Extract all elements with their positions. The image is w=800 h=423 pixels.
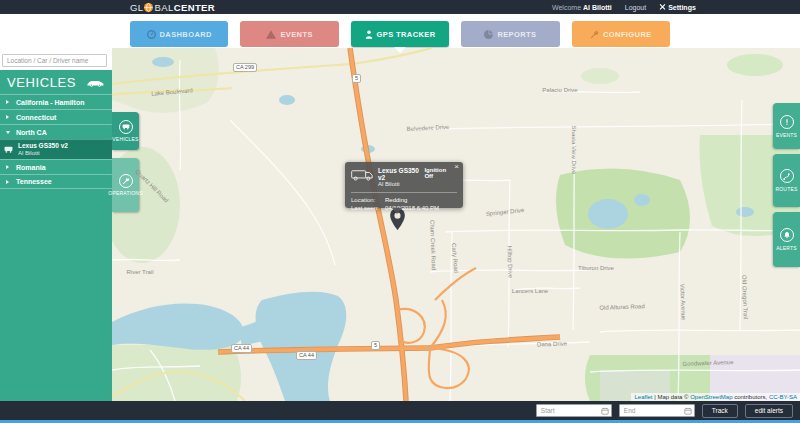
chevron-right-icon <box>6 100 9 104</box>
edge-tab-vehicles[interactable]: VEHICLES <box>112 112 139 150</box>
app-logo: GL BALCENTER <box>130 0 215 14</box>
topbar-user-area: Welcome Al Bilotti Logout Settings <box>552 0 696 14</box>
license-link[interactable]: CC-BY-SA <box>769 394 797 400</box>
tab-label: REPORTS <box>497 30 536 39</box>
openstreetmap-link[interactable]: OpenStreetMap <box>690 394 732 400</box>
contributors-text: contributors, <box>733 394 769 400</box>
bell-circle-icon <box>780 228 794 242</box>
side-button-label: EVENTS <box>776 132 797 138</box>
settings-link[interactable]: Settings <box>659 3 696 11</box>
group-label: California - Hamilton <box>16 99 84 106</box>
warning-icon <box>266 30 276 39</box>
vehicle-driver: Al Bilotti <box>18 150 112 157</box>
vehicle-tooltip: × Lexus GS350 v2 Al Bilotti Ignition Off <box>345 162 463 208</box>
group-tennessee[interactable]: Tennessee <box>0 174 112 189</box>
last-seen-label: Last seen: <box>351 204 385 212</box>
track-button[interactable]: Track <box>702 404 738 418</box>
calendar-icon[interactable] <box>684 407 692 415</box>
pie-chart-icon <box>484 30 493 39</box>
settings-label: Settings <box>668 4 696 11</box>
tooltip-vehicle-name: Lexus GS350 v2 <box>378 167 419 181</box>
map-canvas[interactable]: × Lexus GS350 v2 Al Bilotti Ignition Off <box>112 48 800 401</box>
location-value: Redding <box>385 196 407 204</box>
group-north-ca[interactable]: North CA <box>0 124 112 139</box>
logo-part-2: BAL <box>154 2 173 13</box>
group-label: Romania <box>16 164 46 171</box>
edge-tab-operations[interactable]: OPERATIONS <box>112 158 139 212</box>
settings-tools-icon <box>659 3 666 11</box>
side-button-label: ALERTS <box>776 245 797 251</box>
search-input[interactable] <box>2 54 107 67</box>
tooltip-ignition-status: Ignition Off <box>424 167 457 179</box>
tab-label: DASHBOARD <box>160 30 212 39</box>
calendar-icon[interactable] <box>601 407 609 415</box>
bus-circle-icon <box>119 120 133 134</box>
welcome-prefix: Welcome <box>552 4 581 11</box>
gauge-icon <box>147 30 156 39</box>
person-icon <box>365 30 373 39</box>
edge-tab-label: VEHICLES <box>112 136 138 142</box>
route-circle-icon <box>780 169 794 183</box>
chevron-right-icon <box>6 115 9 119</box>
sidebar: VEHICLES California - Hamilton Connect <box>0 48 112 401</box>
attribution-text: | Map data © <box>652 394 690 400</box>
location-label: Location: <box>351 196 385 204</box>
group-label: North CA <box>16 129 47 136</box>
exclamation-circle-icon <box>780 115 794 129</box>
chevron-right-icon <box>6 180 9 184</box>
user-name: Al Bilotti <box>583 4 612 11</box>
edit-alerts-button[interactable]: edit alerts <box>745 404 793 418</box>
van-icon <box>351 167 373 185</box>
tooltip-header: Lexus GS350 v2 Al Bilotti Ignition Off <box>351 167 457 188</box>
chevron-right-icon <box>6 165 9 169</box>
vehicle-item-selected[interactable]: Lexus GS350 v2 Al Bilotti <box>0 139 112 159</box>
vehicle-name: Lexus GS350 v2 <box>18 142 112 150</box>
side-button-label: ROUTES <box>775 186 797 192</box>
group-label: Connecticut <box>16 114 56 121</box>
vehicles-panel-header: VEHICLES <box>0 70 112 94</box>
side-button-routes[interactable]: ROUTES <box>773 154 800 207</box>
logo-part-3: CENTER <box>174 2 215 13</box>
tooltip-close-icon[interactable]: × <box>454 163 459 171</box>
car-icon <box>86 78 105 87</box>
tab-events[interactable]: EVENTS <box>240 21 338 47</box>
end-date-wrap <box>619 404 695 417</box>
topbar: GL BALCENTER Welcome Al Bilotti Logout S… <box>0 0 800 14</box>
tooltip-last-seen-row: Last seen: 04/10/2018 6:40 PM <box>351 204 457 212</box>
app-screen: GL BALCENTER Welcome Al Bilotti Logout S… <box>0 0 800 423</box>
tooltip-driver-name: Al Bilotti <box>378 181 419 188</box>
welcome-text: Welcome Al Bilotti <box>552 4 612 11</box>
tooltip-vehicle: Lexus GS350 v2 Al Bilotti <box>378 167 419 188</box>
map-attribution: Leaflet | Map data © OpenStreetMap contr… <box>631 393 800 401</box>
tab-label: CONFIGURE <box>603 30 652 39</box>
group-connecticut[interactable]: Connecticut <box>0 109 112 124</box>
logout-link[interactable]: Logout <box>625 4 646 11</box>
vehicles-panel: VEHICLES California - Hamilton Connect <box>0 70 112 401</box>
tooltip-pointer <box>392 208 402 214</box>
edge-tab-label: OPERATIONS <box>108 190 142 196</box>
tab-configure[interactable]: CONFIGURE <box>572 21 670 47</box>
globe-icon <box>144 3 153 12</box>
tab-reports[interactable]: REPORTS <box>461 21 559 47</box>
tab-dashboard[interactable]: DASHBOARD <box>130 21 228 47</box>
vehicle-group-list: California - Hamilton Connecticut North … <box>0 94 112 189</box>
group-california-hamilton[interactable]: California - Hamilton <box>0 94 112 109</box>
tooltip-divider <box>351 192 457 193</box>
vehicles-title: VEHICLES <box>7 75 76 90</box>
active-tab-pointer <box>394 47 406 53</box>
group-romania[interactable]: Romania <box>0 159 112 174</box>
logo-part-1: GL <box>130 2 143 13</box>
start-date-wrap <box>536 404 612 417</box>
side-button-events[interactable]: EVENTS <box>773 103 800 149</box>
tab-label: EVENTS <box>280 30 312 39</box>
side-button-alerts[interactable]: ALERTS <box>773 212 800 267</box>
chevron-down-icon <box>6 131 10 134</box>
tooltip-location-row: Location: Redding <box>351 196 457 204</box>
group-label: Tennessee <box>16 178 52 185</box>
wrench-icon <box>590 30 599 39</box>
leaflet-link[interactable]: Leaflet <box>634 394 652 400</box>
map-artwork <box>112 48 800 401</box>
main-nav: DASHBOARD EVENTS GPS TRACKER REPORTS CON… <box>130 21 670 47</box>
wrench-circle-icon <box>119 174 133 188</box>
tab-gps-tracker[interactable]: GPS TRACKER <box>351 21 449 47</box>
